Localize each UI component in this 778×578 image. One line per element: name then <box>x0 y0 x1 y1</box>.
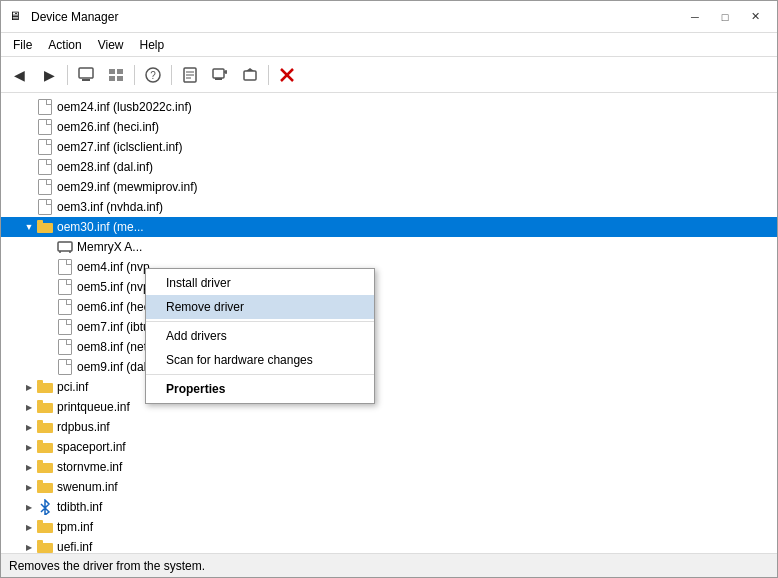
tree-item-pci[interactable]: ▶ pci.inf <box>1 377 777 397</box>
folder-icon-printqueue <box>37 399 53 415</box>
expander-oem4 <box>41 259 57 275</box>
label-oem27: oem27.inf (iclsclient.inf) <box>57 140 182 154</box>
label-tpm: tpm.inf <box>57 520 93 534</box>
svg-marker-17 <box>246 68 254 71</box>
svg-rect-31 <box>37 443 53 453</box>
ctx-remove-driver[interactable]: Remove driver <box>146 295 374 319</box>
tree-item-oem9[interactable]: oem9.inf (dal.i... <box>1 357 777 377</box>
toolbar-separator-4 <box>268 65 269 85</box>
svg-rect-2 <box>109 69 115 74</box>
expander-oem8 <box>41 339 57 355</box>
inf-icon-oem3 <box>37 199 53 215</box>
list-view-button[interactable] <box>102 61 130 89</box>
properties-button[interactable] <box>176 61 204 89</box>
tree-view[interactable]: oem24.inf (lusb2022c.inf) oem26.inf (hec… <box>1 93 777 553</box>
menu-view[interactable]: View <box>90 36 132 54</box>
tree-item-oem30[interactable]: ▼ oem30.inf (me... <box>1 217 777 237</box>
ctx-scan-hardware[interactable]: Scan for hardware changes <box>146 348 374 372</box>
expander-oem30: ▼ <box>21 219 37 235</box>
tree-item-oem24[interactable]: oem24.inf (lusb2022c.inf) <box>1 97 777 117</box>
svg-rect-28 <box>37 400 43 404</box>
svg-rect-16 <box>244 71 256 80</box>
tree-item-oem29[interactable]: oem29.inf (mewmiprov.inf) <box>1 177 777 197</box>
expander-pci: ▶ <box>21 379 37 395</box>
svg-rect-37 <box>37 523 53 533</box>
svg-rect-35 <box>37 483 53 493</box>
minimize-button[interactable]: ─ <box>681 7 709 27</box>
tree-item-oem3[interactable]: oem3.inf (nvhda.inf) <box>1 197 777 217</box>
tree-item-tpm[interactable]: ▶ tpm.inf <box>1 517 777 537</box>
toolbar-separator-1 <box>67 65 68 85</box>
inf-icon-oem27 <box>37 139 53 155</box>
inf-icon-oem9 <box>57 359 73 375</box>
tree-item-swenum[interactable]: ▶ swenum.inf <box>1 477 777 497</box>
ctx-separator-2 <box>146 374 374 375</box>
tree-item-oem28[interactable]: oem28.inf (dal.inf) <box>1 157 777 177</box>
inf-icon-oem28 <box>37 159 53 175</box>
help-button[interactable]: ? <box>139 61 167 89</box>
status-text: Removes the driver from the system. <box>9 559 205 573</box>
tree-item-oem5[interactable]: oem5.inf (nvp... <box>1 277 777 297</box>
expander-uefi: ▶ <box>21 539 37 553</box>
menu-action[interactable]: Action <box>40 36 89 54</box>
tree-item-rdpbus[interactable]: ▶ rdpbus.inf <box>1 417 777 437</box>
bluetooth-icon-tdibth <box>37 499 53 515</box>
label-uefi: uefi.inf <box>57 540 92 553</box>
label-memryx: MemryX A... <box>77 240 142 254</box>
tree-item-oem27[interactable]: oem27.inf (iclsclient.inf) <box>1 137 777 157</box>
scan-hardware-button[interactable] <box>206 61 234 89</box>
label-oem26: oem26.inf (heci.inf) <box>57 120 159 134</box>
tree-item-spaceport[interactable]: ▶ spaceport.inf <box>1 437 777 457</box>
title-bar: 🖥 Device Manager ─ □ ✕ <box>1 1 777 33</box>
back-button[interactable]: ◀ <box>5 61 33 89</box>
folder-icon-pci <box>37 379 53 395</box>
device-manager-window: 🖥 Device Manager ─ □ ✕ File Action View … <box>0 0 778 578</box>
svg-rect-29 <box>37 423 53 433</box>
svg-rect-22 <box>58 242 72 251</box>
svg-rect-36 <box>37 480 43 484</box>
svg-rect-32 <box>37 440 43 444</box>
label-oem3: oem3.inf (nvhda.inf) <box>57 200 163 214</box>
svg-text:?: ? <box>150 70 156 81</box>
tree-item-stornvme[interactable]: ▶ stornvme.inf <box>1 457 777 477</box>
expander-spaceport: ▶ <box>21 439 37 455</box>
label-oem28: oem28.inf (dal.inf) <box>57 160 153 174</box>
window-title: Device Manager <box>31 10 118 24</box>
ctx-properties[interactable]: Properties <box>146 377 374 401</box>
folder-icon-tpm <box>37 519 53 535</box>
content-area: oem24.inf (lusb2022c.inf) oem26.inf (hec… <box>1 93 777 553</box>
ctx-add-drivers[interactable]: Add drivers <box>146 324 374 348</box>
svg-rect-30 <box>37 420 43 424</box>
tree-item-oem7[interactable]: oem7.inf (ibtu... <box>1 317 777 337</box>
ctx-install-driver[interactable]: Install driver <box>146 271 374 295</box>
expander-memryx <box>41 239 57 255</box>
label-pci: pci.inf <box>57 380 88 394</box>
menu-file[interactable]: File <box>5 36 40 54</box>
device-icon-memryx <box>57 239 73 255</box>
tree-item-oem4[interactable]: oem4.inf (nvp... <box>1 257 777 277</box>
inf-icon-oem5 <box>57 279 73 295</box>
folder-icon-oem30 <box>37 219 53 235</box>
tree-item-printqueue[interactable]: ▶ printqueue.inf <box>1 397 777 417</box>
maximize-button[interactable]: □ <box>711 7 739 27</box>
computer-view-button[interactable] <box>72 61 100 89</box>
folder-icon-stornvme <box>37 459 53 475</box>
window-icon: 🖥 <box>9 9 25 25</box>
close-button[interactable]: ✕ <box>741 7 769 27</box>
tree-item-uefi[interactable]: ▶ uefi.inf <box>1 537 777 553</box>
forward-button[interactable]: ▶ <box>35 61 63 89</box>
tree-item-oem26[interactable]: oem26.inf (heci.inf) <box>1 117 777 137</box>
label-oem30: oem30.inf (me... <box>57 220 144 234</box>
remove-driver-button[interactable] <box>273 61 301 89</box>
menu-help[interactable]: Help <box>132 36 173 54</box>
tree-item-oem8[interactable]: oem8.inf (netu... <box>1 337 777 357</box>
add-driver-button[interactable] <box>236 61 264 89</box>
tree-item-tdibth[interactable]: ▶ tdibth.inf <box>1 497 777 517</box>
tree-item-oem6[interactable]: oem6.inf (heci... <box>1 297 777 317</box>
label-spaceport: spaceport.inf <box>57 440 126 454</box>
inf-icon-oem24 <box>37 99 53 115</box>
svg-rect-26 <box>37 380 43 384</box>
toolbar-separator-2 <box>134 65 135 85</box>
svg-rect-13 <box>215 78 222 80</box>
tree-item-memryx[interactable]: MemryX A... <box>1 237 777 257</box>
